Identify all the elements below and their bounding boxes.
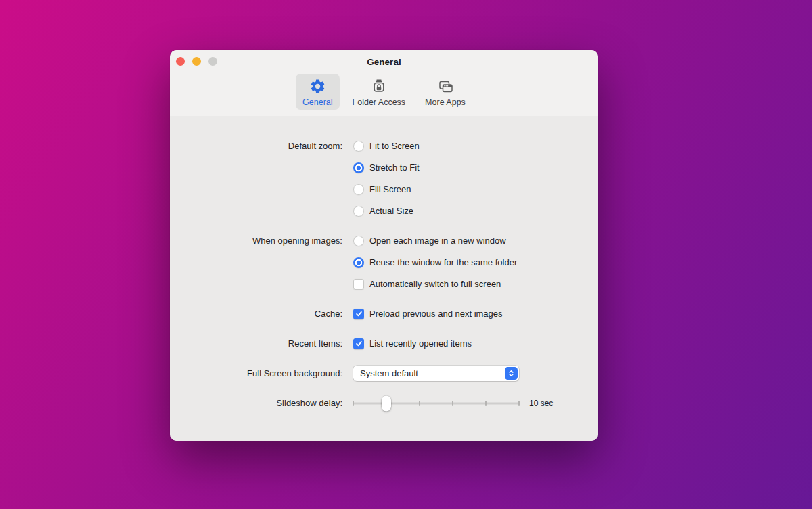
slider-tick (485, 401, 487, 406)
fullscreen-background-label: Full Screen background: (194, 366, 342, 381)
group-cache: Cache: Preload previous and next images (194, 306, 598, 322)
group-slideshow-delay: Slideshow delay: 10 se (194, 395, 598, 412)
radio-icon[interactable] (353, 184, 364, 195)
recent-items-label: Recent Items: (194, 336, 342, 351)
slider-track[interactable] (353, 403, 519, 405)
close-button[interactable] (176, 57, 185, 66)
slider-tick (419, 401, 420, 406)
traffic-lights (176, 57, 217, 66)
group-recent-items: Recent Items: List recently opened items (194, 336, 598, 351)
select-stepper-icon (505, 367, 518, 380)
radio-icon[interactable] (353, 257, 364, 268)
folder-lock-icon (369, 77, 388, 95)
minimize-button[interactable] (192, 57, 201, 66)
slideshow-delay-label: Slideshow delay: (194, 395, 342, 412)
window-title: General (170, 50, 598, 74)
select-value: System default (360, 368, 418, 378)
group-fullscreen-background: Full Screen background: System default (194, 366, 598, 381)
radio-option-new-window[interactable]: Open each image in a new window (353, 233, 517, 248)
checkbox-icon[interactable] (353, 279, 364, 290)
preferences-window: General General (170, 50, 598, 441)
radio-option-stretch-to-fit[interactable]: Stretch to Fit (353, 160, 420, 175)
radio-option-fill-screen[interactable]: Fill Screen (353, 181, 420, 197)
slideshow-delay-slider[interactable] (353, 395, 519, 412)
tab-folder-access[interactable]: Folder Access (346, 74, 413, 110)
zoom-button[interactable] (208, 57, 217, 66)
radio-icon[interactable] (353, 236, 364, 246)
checkbox-icon[interactable] (353, 309, 364, 319)
radio-option-actual-size[interactable]: Actual Size (353, 203, 420, 219)
group-default-zoom: Default zoom: Fit to Screen Stretch to F… (194, 138, 598, 219)
tab-more-apps[interactable]: More Apps (418, 74, 472, 110)
radio-option-fit-to-screen[interactable]: Fit to Screen (353, 138, 420, 154)
titlebar: General (170, 50, 598, 73)
tab-general-label: General (302, 97, 332, 107)
slider-thumb[interactable] (382, 396, 391, 412)
checkbox-option-preload[interactable]: Preload previous and next images (353, 306, 503, 322)
settings-content: Default zoom: Fit to Screen Stretch to F… (170, 116, 598, 441)
window-header: General General (170, 50, 598, 116)
checkbox-option-list-recent[interactable]: List recently opened items (353, 336, 472, 351)
radio-icon[interactable] (353, 162, 364, 173)
gear-icon (309, 77, 327, 95)
tab-more-apps-label: More Apps (425, 97, 466, 107)
overlapping-windows-icon (436, 77, 454, 95)
radio-icon[interactable] (353, 206, 364, 217)
slider-tick (452, 401, 453, 406)
group-opening-images: When opening images: Open each image in … (194, 233, 598, 292)
desktop-background: General General (0, 0, 812, 509)
default-zoom-label: Default zoom: (194, 138, 342, 219)
radio-option-reuse-window[interactable]: Reuse the window for the same folder (353, 255, 517, 270)
radio-icon[interactable] (353, 141, 364, 152)
cache-label: Cache: (194, 306, 342, 322)
slider-value-label: 10 sec (529, 399, 553, 408)
checkbox-option-auto-fullscreen[interactable]: Automatically switch to full screen (353, 276, 517, 292)
opening-images-label: When opening images: (194, 233, 342, 292)
tab-general[interactable]: General (296, 74, 339, 110)
slider-tick (518, 401, 520, 406)
checkbox-icon[interactable] (353, 338, 364, 349)
slider-tick (353, 401, 354, 406)
toolbar: General Folder Access (170, 73, 598, 116)
tab-folder-access-label: Folder Access (353, 97, 406, 107)
fullscreen-background-select[interactable]: System default (353, 366, 519, 381)
